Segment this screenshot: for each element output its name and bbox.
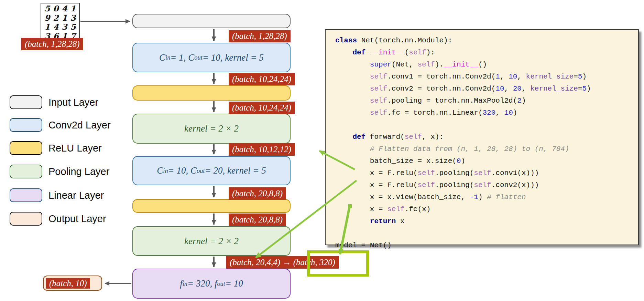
code-line-13: x = F.relu(self.pooling(self.conv2(x))) [335,179,638,191]
legend-label-pool: Pooling Layer [48,166,109,177]
mnist-digit-row-3: 1435 [41,23,79,31]
tensor-shape-badge-4: (batch, 10,12,12) [229,143,295,156]
legend-swatch-input [10,95,42,109]
code-line-6: self.pooling = torch.nn.MaxPool2d(2) [335,95,638,107]
legend-label-relu: ReLU Layer [48,143,102,154]
legend-item-linear: Linear Layer [10,188,104,202]
legend-item-output: Output Layer [10,212,106,226]
legend-item-input: Input Layer [10,95,98,109]
legend-label-output: Output Layer [48,213,106,225]
code-line-9: def forward(self, x): [335,131,638,143]
conv2d-layer-1-box: Cin = 1, Cout = 10, kernel = 5 [132,43,291,72]
pytorch-code-panel: class Net(torch.nn.Module): def __init__… [325,29,639,245]
code-line-8 [335,119,638,131]
mnist-digit-row-2: 9213 [41,14,79,22]
legend-swatch-linear [10,188,42,202]
pooling-layer-1-box: kernel = 2 × 2 [132,114,291,144]
legend-label-input: Input Layer [48,97,98,108]
code-text: class Net(torch.nn.Module): def __init__… [326,30,638,251]
diagram-canvas: 5041921314353617 (batch, 1,28,28) Input … [0,0,644,301]
legend-swatch-output [10,212,42,226]
code-line-16: return x [335,215,638,227]
mnist-digits-image: 5041921314353617 [41,3,80,42]
legend-swatch-conv [10,118,42,132]
conv2d-layer-2-box: Cin = 10, Cout = 20, kernel = 5 [132,156,291,185]
relu-layer-2-box [132,199,291,213]
code-line-2: def __init__(self): [335,46,638,59]
code-line-12: x = F.relu(self.pooling(self.conv1(x))) [335,167,638,179]
code-line-17 [335,227,638,239]
tensor-shape-badge-3: (batch, 10,24,24) [229,102,295,114]
mnist-digit-row-1: 5041 [41,4,79,13]
input-layer-box [132,14,291,28]
code-line-1: class Net(torch.nn.Module): [335,34,638,46]
code-line-14: x = x.view(batch_size, -1) # flatten [335,191,638,203]
legend-swatch-relu [10,141,42,155]
relu-layer-1-box [132,85,291,101]
code-line-11: batch_size = x.size(0) [335,155,638,167]
code-line-5: self.conv2 = torch.nn.Conv2d(10, 20, ker… [335,83,638,95]
code-line-7: self.fc = torch.nn.Linear(320, 10) [335,107,638,119]
tensor-shape-badge-output: (batch, 10) [46,278,90,289]
code-line-3: super(Net, self).__init__() [335,59,638,71]
legend-swatch-pool [10,165,42,178]
tensor-shape-badge-input-image: (batch, 1,28,28) [21,38,83,50]
legend-item-pool: Pooling Layer [10,165,109,178]
tensor-shape-badge-6: (batch, 20,8,8) [229,214,286,226]
tensor-shape-badge-1: (batch, 1,28,28) [229,30,291,42]
flatten-shape-highlight-box [307,250,369,277]
tensor-shape-badge-2: (batch, 10,24,24) [229,73,295,85]
legend-item-conv: Conv2d Layer [10,118,111,132]
legend-item-relu: ReLU Layer [10,141,102,155]
code-line-15: x = self.fc(x) [335,203,638,215]
code-line-4: self.conv1 = torch.nn.Conv2d(1, 10, kern… [335,71,638,83]
legend-label-conv: Conv2d Layer [48,120,111,131]
legend-label-linear: Linear Layer [48,190,104,201]
code-line-18: model = Net() [335,239,638,251]
linear-layer-box: fin = 320, fout = 10 [132,269,291,299]
tensor-shape-badge-5: (batch, 20,8,8) [229,187,286,200]
output-layer-box: (batch, 10) [43,276,102,291]
code-line-10: # Flatten data from (n, 1, 28, 28) to (n… [335,143,638,155]
pooling-layer-2-box: kernel = 2 × 2 [132,226,291,256]
